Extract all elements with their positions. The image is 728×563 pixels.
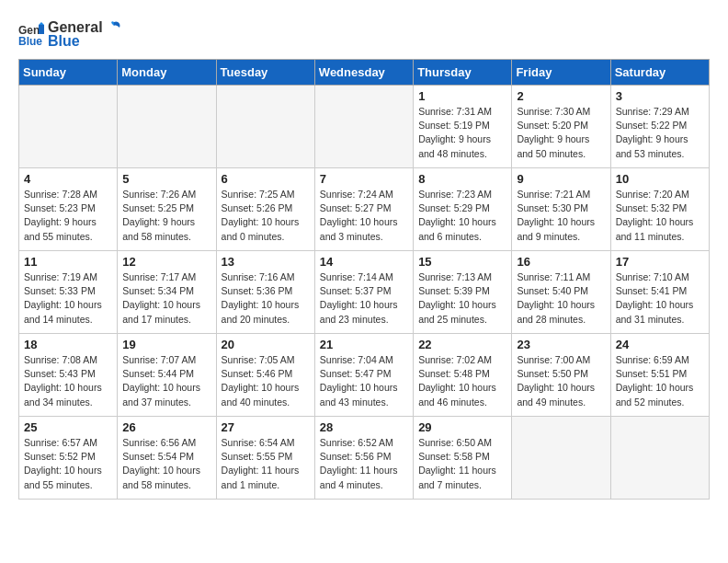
day-info: Sunrise: 7:07 AM Sunset: 5:44 PM Dayligh… xyxy=(122,353,210,409)
calendar-week-2: 4Sunrise: 7:28 AM Sunset: 5:23 PM Daylig… xyxy=(19,168,710,251)
day-info: Sunrise: 6:52 AM Sunset: 5:56 PM Dayligh… xyxy=(320,436,408,492)
day-number: 6 xyxy=(222,172,310,186)
day-info: Sunrise: 7:02 AM Sunset: 5:48 PM Dayligh… xyxy=(418,353,506,409)
day-info: Sunrise: 7:29 AM Sunset: 5:22 PM Dayligh… xyxy=(616,105,704,161)
weekday-header-sunday: Sunday xyxy=(19,60,118,86)
calendar-cell xyxy=(19,86,118,168)
day-info: Sunrise: 7:16 AM Sunset: 5:36 PM Dayligh… xyxy=(222,270,310,327)
day-info: Sunrise: 7:21 AM Sunset: 5:30 PM Dayligh… xyxy=(517,188,605,244)
calendar-week-5: 25Sunrise: 6:57 AM Sunset: 5:52 PM Dayli… xyxy=(19,417,710,500)
day-info: Sunrise: 7:00 AM Sunset: 5:50 PM Dayligh… xyxy=(517,353,605,409)
calendar-week-4: 18Sunrise: 7:08 AM Sunset: 5:43 PM Dayli… xyxy=(19,334,710,417)
calendar-cell: 18Sunrise: 7:08 AM Sunset: 5:43 PM Dayli… xyxy=(19,334,118,417)
weekday-header-friday: Friday xyxy=(512,60,610,86)
calendar-cell: 29Sunrise: 6:50 AM Sunset: 5:58 PM Dayli… xyxy=(414,417,512,500)
weekday-header-monday: Monday xyxy=(118,60,216,86)
calendar-cell: 22Sunrise: 7:02 AM Sunset: 5:48 PM Dayli… xyxy=(414,334,512,417)
day-number: 22 xyxy=(418,338,506,351)
day-number: 4 xyxy=(24,172,112,186)
calendar-week-1: 1Sunrise: 7:31 AM Sunset: 5:19 PM Daylig… xyxy=(19,86,710,168)
day-number: 14 xyxy=(320,255,408,269)
day-number: 7 xyxy=(320,172,408,186)
calendar-cell xyxy=(610,417,709,500)
day-info: Sunrise: 7:19 AM Sunset: 5:33 PM Dayligh… xyxy=(24,270,112,327)
day-number: 25 xyxy=(24,420,112,434)
day-info: Sunrise: 7:17 AM Sunset: 5:34 PM Dayligh… xyxy=(122,270,210,327)
svg-marker-2 xyxy=(39,25,44,34)
day-info: Sunrise: 7:25 AM Sunset: 5:26 PM Dayligh… xyxy=(222,188,310,244)
day-info: Sunrise: 7:08 AM Sunset: 5:43 PM Dayligh… xyxy=(24,353,112,409)
calendar-table: SundayMondayTuesdayWednesdayThursdayFrid… xyxy=(18,59,710,500)
weekday-header-row: SundayMondayTuesdayWednesdayThursdayFrid… xyxy=(19,60,710,86)
day-number: 11 xyxy=(24,255,112,269)
day-info: Sunrise: 6:54 AM Sunset: 5:55 PM Dayligh… xyxy=(222,436,310,492)
day-info: Sunrise: 7:23 AM Sunset: 5:29 PM Dayligh… xyxy=(418,188,506,244)
day-info: Sunrise: 7:11 AM Sunset: 5:40 PM Dayligh… xyxy=(517,270,605,327)
day-number: 17 xyxy=(616,255,704,269)
calendar-cell: 25Sunrise: 6:57 AM Sunset: 5:52 PM Dayli… xyxy=(19,417,118,500)
day-number: 24 xyxy=(616,338,704,351)
day-info: Sunrise: 7:28 AM Sunset: 5:23 PM Dayligh… xyxy=(24,188,112,244)
weekday-header-saturday: Saturday xyxy=(610,60,709,86)
calendar-cell: 8Sunrise: 7:23 AM Sunset: 5:29 PM Daylig… xyxy=(414,168,512,251)
day-info: Sunrise: 6:56 AM Sunset: 5:54 PM Dayligh… xyxy=(122,436,210,492)
page-header: Gen Blue General Blue xyxy=(18,18,710,50)
calendar-cell: 14Sunrise: 7:14 AM Sunset: 5:37 PM Dayli… xyxy=(314,251,413,334)
calendar-cell: 9Sunrise: 7:21 AM Sunset: 5:30 PM Daylig… xyxy=(512,168,610,251)
day-number: 26 xyxy=(122,420,210,434)
day-info: Sunrise: 7:26 AM Sunset: 5:25 PM Dayligh… xyxy=(122,188,210,244)
day-info: Sunrise: 7:05 AM Sunset: 5:46 PM Dayligh… xyxy=(222,353,310,409)
day-number: 3 xyxy=(616,89,704,103)
day-info: Sunrise: 7:14 AM Sunset: 5:37 PM Dayligh… xyxy=(320,270,408,327)
calendar-cell: 15Sunrise: 7:13 AM Sunset: 5:39 PM Dayli… xyxy=(414,251,512,334)
day-number: 27 xyxy=(222,420,310,434)
weekday-header-wednesday: Wednesday xyxy=(314,60,413,86)
day-number: 15 xyxy=(418,255,506,269)
logo: Gen Blue General Blue xyxy=(18,18,123,50)
calendar-cell: 5Sunrise: 7:26 AM Sunset: 5:25 PM Daylig… xyxy=(118,168,216,251)
svg-text:Blue: Blue xyxy=(18,35,42,47)
weekday-header-thursday: Thursday xyxy=(414,60,512,86)
calendar-cell xyxy=(118,86,216,168)
logo-bird-icon xyxy=(105,18,123,37)
day-number: 12 xyxy=(122,255,210,269)
day-number: 8 xyxy=(418,172,506,186)
calendar-cell: 7Sunrise: 7:24 AM Sunset: 5:27 PM Daylig… xyxy=(314,168,413,251)
day-info: Sunrise: 7:13 AM Sunset: 5:39 PM Dayligh… xyxy=(418,270,506,327)
day-number: 19 xyxy=(122,338,210,351)
day-info: Sunrise: 6:50 AM Sunset: 5:58 PM Dayligh… xyxy=(418,436,506,492)
day-number: 18 xyxy=(24,338,112,351)
day-number: 20 xyxy=(222,338,310,351)
calendar-cell: 24Sunrise: 6:59 AM Sunset: 5:51 PM Dayli… xyxy=(610,334,709,417)
day-number: 9 xyxy=(517,172,605,186)
day-info: Sunrise: 6:57 AM Sunset: 5:52 PM Dayligh… xyxy=(24,436,112,492)
calendar-cell xyxy=(216,86,314,168)
day-info: Sunrise: 7:20 AM Sunset: 5:32 PM Dayligh… xyxy=(616,188,704,244)
day-number: 16 xyxy=(517,255,605,269)
calendar-cell: 2Sunrise: 7:30 AM Sunset: 5:20 PM Daylig… xyxy=(512,86,610,168)
calendar-cell: 3Sunrise: 7:29 AM Sunset: 5:22 PM Daylig… xyxy=(610,86,709,168)
weekday-header-tuesday: Tuesday xyxy=(216,60,314,86)
day-number: 23 xyxy=(517,338,605,351)
calendar-cell xyxy=(314,86,413,168)
calendar-cell: 1Sunrise: 7:31 AM Sunset: 5:19 PM Daylig… xyxy=(414,86,512,168)
calendar-cell: 23Sunrise: 7:00 AM Sunset: 5:50 PM Dayli… xyxy=(512,334,610,417)
day-info: Sunrise: 7:04 AM Sunset: 5:47 PM Dayligh… xyxy=(320,353,408,409)
day-info: Sunrise: 6:59 AM Sunset: 5:51 PM Dayligh… xyxy=(616,353,704,409)
calendar-cell: 20Sunrise: 7:05 AM Sunset: 5:46 PM Dayli… xyxy=(216,334,314,417)
calendar-cell: 16Sunrise: 7:11 AM Sunset: 5:40 PM Dayli… xyxy=(512,251,610,334)
calendar-cell: 19Sunrise: 7:07 AM Sunset: 5:44 PM Dayli… xyxy=(118,334,216,417)
day-info: Sunrise: 7:31 AM Sunset: 5:19 PM Dayligh… xyxy=(418,105,506,161)
day-number: 10 xyxy=(616,172,704,186)
calendar-cell: 4Sunrise: 7:28 AM Sunset: 5:23 PM Daylig… xyxy=(19,168,118,251)
calendar-cell: 11Sunrise: 7:19 AM Sunset: 5:33 PM Dayli… xyxy=(19,251,118,334)
day-number: 21 xyxy=(320,338,408,351)
calendar-cell xyxy=(512,417,610,500)
calendar-cell: 28Sunrise: 6:52 AM Sunset: 5:56 PM Dayli… xyxy=(314,417,413,500)
day-info: Sunrise: 7:30 AM Sunset: 5:20 PM Dayligh… xyxy=(517,105,605,161)
day-number: 5 xyxy=(122,172,210,186)
day-number: 13 xyxy=(222,255,310,269)
calendar-cell: 10Sunrise: 7:20 AM Sunset: 5:32 PM Dayli… xyxy=(610,168,709,251)
calendar-week-3: 11Sunrise: 7:19 AM Sunset: 5:33 PM Dayli… xyxy=(19,251,710,334)
calendar-cell: 27Sunrise: 6:54 AM Sunset: 5:55 PM Dayli… xyxy=(216,417,314,500)
